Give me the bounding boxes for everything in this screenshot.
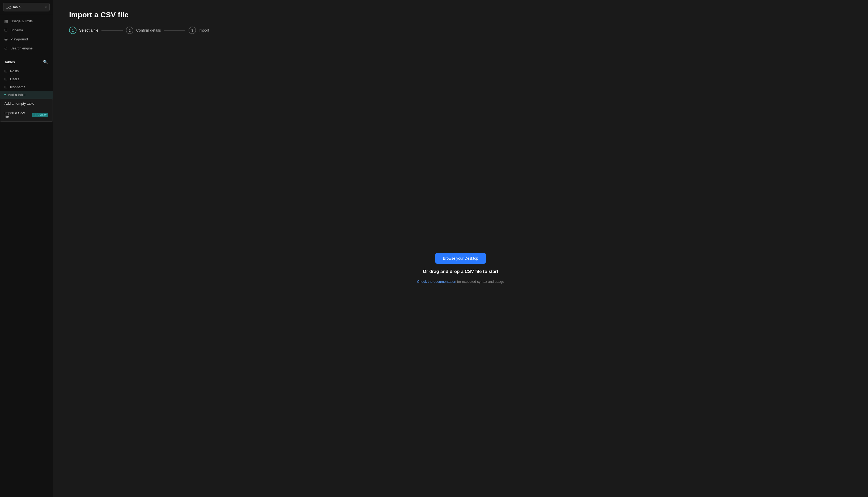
branch-icon: ⎇ bbox=[6, 4, 11, 10]
doc-link-text: Check the documentation for expected syn… bbox=[417, 280, 504, 284]
add-empty-table-label: Add an empty table bbox=[4, 101, 34, 105]
chart-icon: ▦ bbox=[4, 19, 8, 24]
add-table-dropdown: Add an empty table Import a CSV file PRE… bbox=[0, 99, 53, 122]
tables-search-icon[interactable]: 🔍 bbox=[43, 59, 49, 65]
import-csv-label: Import a CSV file bbox=[4, 111, 30, 119]
add-table-label: Add a table bbox=[8, 93, 26, 97]
step-circle-3: 3 bbox=[189, 27, 196, 34]
dropdown-item-add-empty-table[interactable]: Add an empty table bbox=[0, 99, 53, 108]
sidebar-item-usage-limits[interactable]: ▦ Usage & limits bbox=[0, 16, 53, 26]
doc-link[interactable]: Check the documentation bbox=[417, 280, 456, 284]
table-item-test-name[interactable]: ⊞ test-name bbox=[0, 83, 53, 91]
step-label-1: Select a file bbox=[79, 28, 98, 32]
table-label-posts: Posts bbox=[10, 69, 19, 73]
step-label-2: Confirm details bbox=[136, 28, 161, 32]
step-1: 1 Select a file bbox=[69, 27, 98, 34]
branch-name: main bbox=[13, 5, 20, 9]
step-3: 3 Import bbox=[189, 27, 209, 34]
step-line-1 bbox=[101, 30, 123, 31]
chevron-down-icon: ▾ bbox=[45, 5, 47, 9]
nav-label-search-engine: Search engine bbox=[10, 46, 33, 50]
table-item-users[interactable]: ⊞ Users bbox=[0, 75, 53, 83]
search-engine-icon: ⊙ bbox=[4, 46, 8, 51]
sidebar-item-schema[interactable]: ⊞ Schema bbox=[0, 26, 53, 34]
tables-header: Tables 🔍 bbox=[0, 58, 53, 67]
main-content: Import a CSV file 1 Select a file 2 Conf… bbox=[53, 0, 868, 497]
sidebar-item-playground[interactable]: ◎ Playground bbox=[0, 34, 53, 44]
table-icon-users: ⊞ bbox=[4, 77, 8, 81]
browse-button[interactable]: Browse your Desktop bbox=[435, 253, 486, 264]
table-label-users: Users bbox=[10, 77, 19, 81]
nav-label-usage-limits: Usage & limits bbox=[11, 19, 33, 23]
sidebar-header: ⎇ main ▾ bbox=[0, 0, 53, 14]
table-item-posts[interactable]: ⊞ Posts bbox=[0, 67, 53, 75]
nav-label-playground: Playground bbox=[10, 37, 28, 41]
step-2: 2 Confirm details bbox=[126, 27, 161, 34]
sidebar-item-search-engine[interactable]: ⊙ Search engine bbox=[0, 44, 53, 53]
schema-icon: ⊞ bbox=[4, 28, 8, 32]
drop-area: Browse your Desktop Or drag and drop a C… bbox=[69, 50, 852, 486]
nav-label-schema: Schema bbox=[10, 28, 23, 32]
sidebar-nav: ▦ Usage & limits ⊞ Schema ◎ Playground ⊙… bbox=[0, 14, 53, 55]
tables-title: Tables bbox=[4, 60, 15, 64]
dropdown-item-import-csv[interactable]: Import a CSV file PREVIEW bbox=[0, 108, 53, 122]
branch-selector[interactable]: ⎇ main ▾ bbox=[3, 3, 50, 11]
table-label-test-name: test-name bbox=[10, 85, 26, 89]
sidebar: ⎇ main ▾ ▦ Usage & limits ⊞ Schema ◎ Pla… bbox=[0, 0, 53, 497]
step-circle-1: 1 bbox=[69, 27, 76, 34]
table-icon-posts: ⊞ bbox=[4, 69, 8, 73]
playground-icon: ◎ bbox=[4, 37, 8, 41]
step-label-3: Import bbox=[199, 28, 209, 32]
drop-text: Or drag and drop a CSV file to start bbox=[423, 269, 498, 274]
add-table-chevron-icon: ▾ bbox=[4, 93, 6, 97]
page-title: Import a CSV file bbox=[69, 11, 852, 19]
tables-section: Tables 🔍 ⊞ Posts ⊞ Users ⊞ test-name ▾ A… bbox=[0, 55, 53, 123]
step-line-2 bbox=[164, 30, 186, 31]
step-circle-2: 2 bbox=[126, 27, 133, 34]
table-icon-test-name: ⊞ bbox=[4, 85, 8, 89]
add-table-item[interactable]: ▾ Add a table bbox=[0, 91, 53, 99]
preview-badge: PREVIEW bbox=[32, 113, 48, 117]
stepper: 1 Select a file 2 Confirm details 3 Impo… bbox=[69, 27, 852, 34]
